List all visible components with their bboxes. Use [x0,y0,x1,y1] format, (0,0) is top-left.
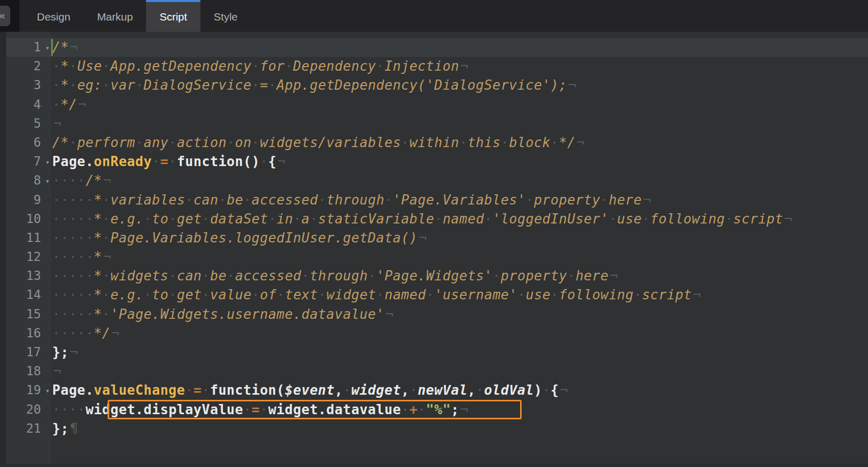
line-number: 16 [26,326,41,340]
space-dot: · [185,382,193,398]
line-number-gutter[interactable]: 19▾ [0,381,51,400]
line-number-gutter: 11 [0,229,51,248]
code-line[interactable]: ·····*·Page.Variables.loggedInUser.getDa… [51,229,868,248]
eol-marker: ¬ [77,97,87,112]
line-number: 7 [34,154,41,169]
code-line[interactable]: };¬ [51,343,868,362]
mode-tabs: DesignMarkupScriptStyle [19,0,251,32]
space-dot: · [102,268,110,283]
code-line[interactable]: ¬ [51,114,868,133]
space-dot: · [343,382,351,398]
code-line[interactable]: ····widget.displayValue·=·widget.dataval… [51,400,868,419]
code-line[interactable]: Page.onReady·=·function()·{¬ [51,152,868,171]
space-dot: · [143,287,152,302]
eol-marker: ¬ [111,326,120,341]
code-row-16: 16·····*/¬ [0,324,868,343]
code-line[interactable]: ····/*¬ [51,171,868,190]
code-line[interactable] [51,438,868,467]
space-dot: · [143,211,152,227]
collapse-panel-button[interactable]: « [0,6,10,26]
space-dot: · [318,192,326,208]
fold-arrow-icon[interactable]: ▾ [46,172,50,191]
space-dot: · [69,307,77,322]
tab-style[interactable]: Style [200,0,251,32]
code-line[interactable]: /*¬ [51,38,868,57]
space-dot: · [368,268,376,283]
code-line[interactable]: ¬ [51,362,868,381]
line-number: 3 [34,78,41,92]
space-dot: · [526,192,534,208]
space-dot: · [102,307,110,322]
code-row-6: 6/*·perform·any·action·on·widgets/variab… [0,133,868,152]
fold-arrow-icon[interactable]: ▾ [46,38,50,57]
space-dot: · [60,192,69,208]
code-line[interactable]: ·····*¬ [51,248,868,267]
code-line[interactable]: ·····*·'Page.Widgets.username.datavalue'… [51,305,868,324]
line-number: 1 [34,40,41,54]
code-line[interactable]: ·*·eg:·var·DialogService·=·App.getDepend… [51,76,868,95]
space-dot: · [169,211,177,227]
code-line[interactable] [51,32,868,38]
code-lines: 1▾/*¬2·*·Use·App.getDependency·for·Depen… [0,32,868,467]
code-line[interactable]: Page.valueChange·=·function($event,·widg… [51,381,868,400]
code-line[interactable]: ·····*/¬ [51,324,868,343]
fold-arrow-icon[interactable]: ▾ [46,381,50,400]
line-number: 21 [26,421,41,436]
space-dot: · [60,230,69,246]
code-line[interactable]: };¶ [51,419,868,438]
space-dot: · [550,135,559,150]
space-dot: · [52,192,60,208]
tab-markup[interactable]: Markup [84,0,146,32]
space-dot: · [226,135,235,150]
eol-marker: ¬ [52,116,61,131]
space-dot: · [69,230,77,246]
tab-script[interactable]: Script [146,0,200,32]
space-dot: · [77,307,86,322]
code-row-15: 15·····*·'Page.Widgets.username.datavalu… [0,305,868,324]
script-editor-window: « DesignMarkupScriptStyle 1▾/*¬2·*·Use·A… [0,0,868,467]
code-row-12: 12·····*¬ [0,248,868,267]
space-dot: · [384,192,392,208]
line-number-gutter: 9 [0,191,51,210]
line-number-gutter[interactable]: 1▾ [0,38,51,57]
line-number: 17 [26,345,41,359]
eol-marker: ¬ [575,135,585,150]
line-number-gutter: 14 [0,286,51,304]
space-dot: · [409,382,418,398]
code-line[interactable]: ·····*·variables·can·be·accessed·through… [51,191,868,210]
line-number-gutter[interactable]: 8▾ [0,171,51,190]
space-dot: · [301,268,309,283]
line-number-gutter: 20 [0,400,51,419]
space-dot: · [551,287,559,302]
space-dot: · [52,268,60,283]
line-number-gutter: 4 [0,95,51,114]
space-dot: · [52,249,60,265]
code-line[interactable]: ·*·Use·App.getDependency·for·Dependency·… [51,57,868,76]
fold-arrow-icon[interactable]: ▾ [46,153,50,172]
line-number: 9 [34,193,41,207]
space-dot: · [725,211,733,227]
code-line[interactable]: ·*/¬ [51,95,868,114]
code-line[interactable]: ·····*·e.g.·to·get·value·of·text·widget·… [51,286,868,304]
space-dot: · [318,287,326,302]
space-dot: · [52,58,60,74]
space-dot: · [285,58,293,74]
space-dot: · [77,211,86,227]
tab-design[interactable]: Design [24,0,84,32]
space-dot: · [243,192,252,208]
space-dot: · [185,192,193,208]
code-line[interactable]: ·····*·e.g.·to·get·dataSet·in·a·staticVa… [51,210,868,229]
code-row-7: 7▾Page.onReady·=·function()·{¬ [0,152,868,171]
space-dot: · [102,287,110,302]
code-line[interactable]: /*·perform·any·action·on·widgets/variabl… [51,133,868,152]
code-row-2: 2·*·Use·App.getDependency·for·Dependency… [0,57,868,76]
line-number-gutter[interactable]: 7▾ [0,152,51,171]
space-dot: · [202,211,210,227]
code-editor[interactable]: 1▾/*¬2·*·Use·App.getDependency·for·Depen… [0,32,868,467]
code-line[interactable]: ·····*·widgets·can·be·accessed·through·'… [51,267,868,286]
line-number: 5 [34,116,41,131]
space-dot: · [86,326,94,341]
space-dot: · [268,211,277,227]
space-dot: · [86,211,94,227]
line-number: 8 [34,173,41,188]
